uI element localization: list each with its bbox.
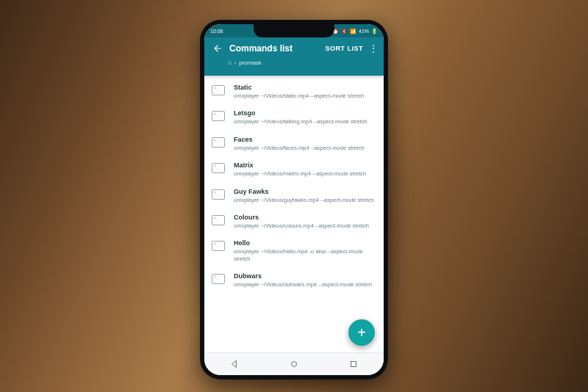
nav-home-button[interactable] [279,355,309,373]
command-item[interactable]: Coloursomxplayer ~/Videos/colours.mp4 --… [204,208,384,234]
command-body: Dubwarsomxplayer ~/Videos/dubwars.mp4 --… [234,272,375,288]
command-item[interactable]: Guy Fawksomxplayer ~/Videos/guyfawks.mp4… [204,183,384,208]
terminal-icon [212,163,225,173]
scene-background: 10:08 ✱ ⏰ 🔇 📶 41% 🔋 Commands list [0,0,588,392]
command-body: Matrixomxplayer ~/Videos/matrix.mp4 --as… [234,161,375,177]
terminal-icon [212,137,225,148]
command-subtitle: omxplayer ~/Videos/matrix.mp4 --aspect-m… [234,170,375,177]
command-subtitle: omxplayer ~/Videos/talking.mp4 --aspect-… [234,118,375,125]
command-item[interactable]: Helloomxplayer ~/Videos/hello.mp4 -o als… [204,234,384,267]
command-subtitle: omxplayer ~/Videos/guyfawks.mp4 --aspect… [234,197,375,203]
phone-frame: 10:08 ✱ ⏰ 🔇 📶 41% 🔋 Commands list [200,20,388,380]
command-item[interactable]: Matrixomxplayer ~/Videos/matrix.mp4 --as… [204,156,384,182]
command-body: Coloursomxplayer ~/Videos/colours.mp4 --… [234,214,375,229]
home-icon: ⌂ [228,59,232,66]
command-item[interactable]: Staticomxplayer ~/Videos/static.mp4 --as… [204,79,384,104]
chevron-right-icon: › [234,60,236,65]
command-title: Static [234,84,375,91]
status-time: 10:08 [210,29,223,34]
terminal-icon [212,189,225,200]
back-button[interactable] [209,40,226,57]
command-item[interactable]: Dubwarsomxplayer ~/Videos/dubwars.mp4 --… [204,267,384,293]
command-subtitle: omxplayer ~/Videos/static.mp4 --aspect-m… [234,92,375,99]
nav-back-button[interactable] [220,355,249,373]
page-title: Commands list [229,43,326,54]
breadcrumb[interactable]: ⌂ › promask [204,59,384,66]
mute-icon: 🔇 [341,29,348,34]
command-title: Matrix [234,161,375,169]
terminal-icon [212,274,225,284]
svg-rect-1 [351,362,356,367]
command-item[interactable]: Facesomxplayer ~/Videos/faces.mp4 --aspe… [204,131,384,156]
terminal-icon [212,215,225,225]
command-title: Letsgo [234,109,375,117]
command-subtitle: omxplayer ~/Videos/dubwars.mp4 --aspect-… [234,281,375,288]
command-body: Guy Fawksomxplayer ~/Videos/guyfawks.mp4… [234,188,375,203]
command-title: Guy Fawks [234,188,375,195]
commands-list: Staticomxplayer ~/Videos/static.mp4 --as… [204,76,384,353]
command-title: Faces [234,136,375,143]
command-body: Facesomxplayer ~/Videos/faces.mp4 --aspe… [234,136,375,151]
command-subtitle: omxplayer ~/Videos/hello.mp4 -o alsa --a… [234,248,375,262]
battery-text: 41% [359,29,369,34]
overflow-menu-button[interactable]: ⋮ [368,43,379,54]
plus-icon: + [357,324,366,341]
add-command-fab[interactable]: + [348,319,375,346]
system-nav-bar [204,352,384,375]
display-notch [254,24,334,37]
terminal-icon [212,241,225,251]
breadcrumb-current: promask [239,59,262,66]
svg-point-0 [291,362,296,367]
command-title: Colours [234,214,375,221]
command-title: Dubwars [234,272,375,280]
command-item[interactable]: Letsgoomxplayer ~/Videos/talking.mp4 --a… [204,104,384,130]
terminal-icon [212,85,225,95]
command-subtitle: omxplayer ~/Videos/colours.mp4 --aspect-… [234,222,375,229]
command-title: Hello [234,239,375,247]
terminal-icon [212,111,225,121]
sort-list-button[interactable]: SORT LIST [326,45,364,52]
signal-icon: 📶 [350,29,356,34]
command-subtitle: omxplayer ~/Videos/faces.mp4 --aspect-mo… [234,145,375,151]
command-body: Staticomxplayer ~/Videos/static.mp4 --as… [234,84,375,99]
command-body: Letsgoomxplayer ~/Videos/talking.mp4 --a… [234,109,375,125]
phone-screen: 10:08 ✱ ⏰ 🔇 📶 41% 🔋 Commands list [204,24,384,375]
battery-icon: 🔋 [371,29,378,34]
command-body: Helloomxplayer ~/Videos/hello.mp4 -o als… [234,239,375,262]
app-bar: Commands list SORT LIST ⋮ ⌂ › promask [204,37,384,76]
nav-recent-button[interactable] [339,355,368,373]
